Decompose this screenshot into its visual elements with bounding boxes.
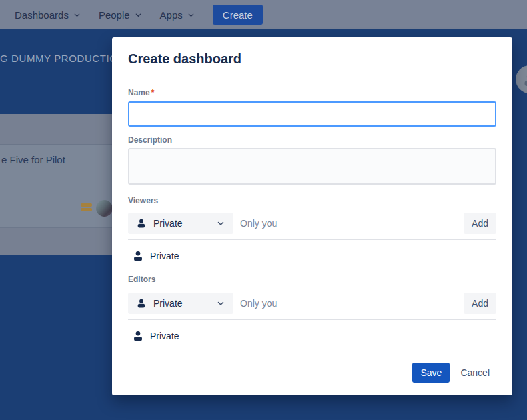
editors-permission-row: Private Only you Add	[128, 293, 496, 314]
editors-hint: Only you	[240, 298, 277, 309]
chevron-down-icon	[216, 219, 225, 228]
chevron-down-icon	[216, 299, 225, 308]
editors-access-select[interactable]: Private	[128, 293, 233, 314]
viewers-add-button[interactable]: Add	[464, 213, 496, 234]
person-icon	[522, 71, 527, 87]
divider	[128, 239, 496, 240]
description-label: Description	[128, 135, 496, 145]
required-marker: *	[151, 88, 155, 97]
nav-people-menu[interactable]: People	[99, 9, 143, 21]
editors-add-button[interactable]: Add	[464, 293, 496, 314]
chevron-down-icon	[187, 11, 195, 19]
editors-member-row: Private	[128, 328, 496, 344]
editors-selected-option: Private	[153, 298, 183, 309]
person-icon	[132, 250, 144, 262]
assignee-avatar	[96, 200, 113, 217]
chevron-down-icon	[73, 11, 81, 19]
editors-member-name: Private	[150, 331, 179, 341]
profile-avatar	[516, 65, 527, 93]
person-icon	[136, 218, 147, 229]
viewers-access-select[interactable]: Private	[128, 213, 233, 234]
modal-title: Create dashboard	[128, 51, 496, 67]
chevron-down-icon	[134, 11, 143, 19]
medium-priority-icon	[81, 203, 92, 213]
app-screen: G DUMMY PRODUCTIONS e Five for Pilot Das…	[0, 0, 527, 420]
save-button[interactable]: Save	[412, 363, 450, 383]
person-icon	[132, 330, 144, 342]
name-input[interactable]	[128, 101, 496, 127]
create-button[interactable]: Create	[213, 5, 263, 25]
viewers-hint: Only you	[240, 218, 277, 229]
top-navbar: Dashboards People Apps Create	[0, 0, 527, 29]
person-icon	[136, 298, 147, 309]
description-textarea[interactable]	[128, 148, 496, 185]
cancel-button[interactable]: Cancel	[460, 367, 490, 378]
viewers-selected-option: Private	[153, 218, 183, 229]
nav-apps-menu[interactable]: Apps	[160, 9, 195, 21]
editors-label: Editors	[128, 275, 496, 284]
nav-dashboards-label: Dashboards	[15, 9, 69, 21]
nav-people-label: People	[99, 9, 130, 21]
name-label: Name*	[128, 88, 496, 97]
viewers-member-row: Private	[128, 248, 496, 264]
gadget-title: e Five for Pilot	[1, 154, 65, 165]
viewers-permission-row: Private Only you Add	[128, 213, 496, 234]
viewers-member-name: Private	[150, 251, 179, 261]
nav-apps-label: Apps	[160, 9, 183, 21]
nav-dashboards-menu[interactable]: Dashboards	[15, 9, 81, 21]
modal-footer: Save Cancel	[128, 363, 496, 383]
viewers-label: Viewers	[128, 196, 496, 205]
divider	[128, 319, 496, 320]
create-dashboard-modal: Create dashboard Name* Description Viewe…	[112, 37, 512, 395]
